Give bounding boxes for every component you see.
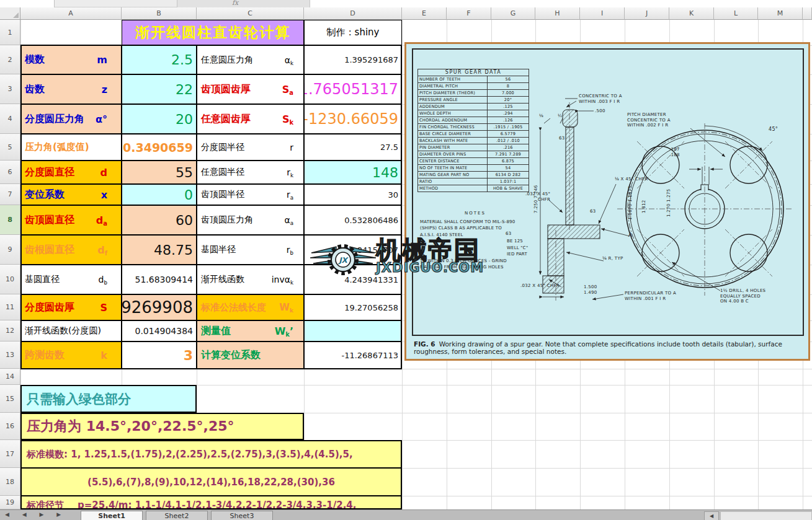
note-diametral-pitch[interactable]: 标准径节p=25.4/m: 1,1-1/4,1-1/2,1-3/4,2,2-1/… bbox=[20, 496, 402, 509]
cell-c7[interactable]: 齿顶圆半径ra bbox=[197, 184, 304, 205]
cell-b6[interactable]: 55 bbox=[122, 161, 197, 184]
cell-a3[interactable]: 齿数z bbox=[20, 74, 122, 104]
tab-nav-buttons[interactable]: ◀ ◀ ▶ ▶ bbox=[5, 511, 66, 518]
cell-b4[interactable]: 20 bbox=[122, 104, 197, 134]
cell-c12[interactable]: 测量值Wk’ bbox=[197, 320, 304, 342]
note-input-hint[interactable]: 只需输入绿色部分 bbox=[20, 385, 197, 413]
col-header-I[interactable]: I bbox=[580, 7, 625, 20]
cell-a10[interactable]: 基圆直径db bbox=[20, 265, 122, 294]
row-header-4[interactable]: 4 bbox=[0, 104, 20, 134]
row-header-7[interactable]: 7 bbox=[0, 184, 20, 205]
cell-a2[interactable]: 模数m bbox=[20, 45, 122, 74]
cell-b8[interactable]: 60 bbox=[122, 205, 197, 235]
cell-c11[interactable]: 标准公法线长度Wk bbox=[197, 294, 304, 320]
cell-c4[interactable]: 任意圆齿厚Sk bbox=[197, 104, 304, 134]
fx-icon[interactable]: fx bbox=[177, 0, 310, 7]
cell-a11[interactable]: 分度圆齿厚S bbox=[20, 294, 122, 320]
tab-sheet1[interactable]: Sheet1 bbox=[81, 511, 143, 520]
col-header-C[interactable]: C bbox=[197, 7, 304, 20]
col-header-A[interactable]: A bbox=[20, 7, 122, 20]
cell-c3[interactable]: 齿顶圆齿厚Sa bbox=[197, 74, 304, 104]
cell-c8[interactable]: 齿顶圆压力角αa bbox=[197, 205, 304, 235]
col-header-L[interactable]: L bbox=[714, 7, 758, 20]
cell-a4[interactable]: 分度圆压力角α° bbox=[20, 104, 122, 134]
row-header-2[interactable]: 2 bbox=[0, 45, 20, 74]
cell-d13[interactable]: -11.26867113 bbox=[304, 342, 402, 369]
note-standard-modules-1[interactable]: 标准模数: 1, 1.25,1.5,(1.75),2,(2.25),2.5,(2… bbox=[20, 440, 402, 468]
formula-input[interactable] bbox=[310, 0, 812, 7]
cell-d3[interactable]: 1.765051317 bbox=[304, 74, 402, 104]
cell-a7[interactable]: 变位系数x bbox=[20, 184, 122, 205]
cell-d5[interactable]: 27.5 bbox=[304, 134, 402, 161]
hscroll-track[interactable] bbox=[720, 511, 812, 520]
row-header-8[interactable]: 8 bbox=[0, 205, 20, 235]
cell-b5[interactable]: 0.3490659 bbox=[122, 134, 197, 161]
cell-c5[interactable]: 分度圆半径r bbox=[197, 134, 304, 161]
cell-b2[interactable]: 2.5 bbox=[122, 45, 197, 74]
cell-a6[interactable]: 分度圆直径d bbox=[20, 161, 122, 184]
note-standard-modules-2[interactable]: (5.5),6,(7),8,(9),10,12,(14),16,18,22,28… bbox=[20, 468, 402, 496]
row-header-12[interactable]: 12 bbox=[0, 320, 20, 342]
row-header-1[interactable]: 1 bbox=[0, 20, 20, 45]
cell-b11[interactable]: 3.9269908 bbox=[122, 294, 197, 320]
cell-d10[interactable]: 4.243941331 bbox=[304, 265, 402, 294]
cell-b7[interactable]: 0 bbox=[122, 184, 197, 205]
cell-b3[interactable]: 22 bbox=[122, 74, 197, 104]
cell-d11[interactable]: 19.27056258 bbox=[304, 294, 402, 320]
col-header-H[interactable]: H bbox=[535, 7, 580, 20]
col-header-M[interactable]: M bbox=[758, 7, 803, 20]
tab-sheet3[interactable]: Sheet3 bbox=[211, 511, 273, 520]
spur-gear-drawing-image[interactable]: SPUR GEAR DATA NUMBER OF TEETH56 DIAMETR… bbox=[404, 42, 810, 361]
cell-c2[interactable]: 任意圆压力角αk bbox=[197, 45, 304, 74]
col-header-K[interactable]: K bbox=[669, 7, 714, 20]
row-header-5[interactable]: 5 bbox=[0, 134, 20, 161]
sheet-title-cell[interactable]: 渐开线圆柱直齿轮计算 bbox=[122, 20, 304, 45]
row-header-13[interactable]: 13 bbox=[0, 342, 20, 369]
cell-c10[interactable]: 渐开线函数invαk bbox=[197, 265, 304, 294]
col-header-F[interactable]: F bbox=[447, 7, 491, 20]
dim-frac-18: ⅛ bbox=[539, 113, 543, 119]
cell-b9[interactable]: 48.75 bbox=[122, 235, 197, 265]
row-header-18[interactable]: 18 bbox=[0, 468, 20, 496]
cell-a9[interactable]: 齿根圆直径df bbox=[20, 235, 122, 265]
cell-d8[interactable]: 0.532806486 bbox=[304, 205, 402, 235]
col-header-J[interactable]: J bbox=[625, 7, 669, 20]
row-header-10[interactable]: 10 bbox=[0, 265, 20, 294]
cell-d2[interactable]: 1.395291687 bbox=[304, 45, 402, 74]
tab-sheet2[interactable]: Sheet2 bbox=[146, 511, 208, 520]
row-header-6[interactable]: 6 bbox=[0, 161, 20, 184]
row-header-17[interactable]: 17 bbox=[0, 440, 20, 468]
row-header-16[interactable]: 16 bbox=[0, 413, 20, 440]
col-header-partial[interactable] bbox=[803, 7, 812, 20]
name-box[interactable] bbox=[0, 0, 55, 7]
col-header-D[interactable]: D bbox=[304, 7, 402, 20]
col-header-G[interactable]: G bbox=[491, 7, 535, 20]
row-header-9[interactable]: 9 bbox=[0, 235, 20, 265]
cell-c6[interactable]: 任意圆半径rk bbox=[197, 161, 304, 184]
col-header-B[interactable]: B bbox=[122, 7, 197, 20]
hscroll-left-arrow[interactable]: ◀ bbox=[704, 511, 719, 520]
cell-a8[interactable]: 齿顶圆直径da bbox=[20, 205, 122, 235]
select-all-corner[interactable] bbox=[0, 7, 20, 20]
cell-c9[interactable]: 基圆半径rb bbox=[197, 235, 304, 265]
cell-b12[interactable]: 0.014904384 bbox=[122, 320, 197, 342]
note-pressure-angles[interactable]: 压力角为 14.5°,20°,22.5°,25° bbox=[20, 413, 304, 440]
cell-b10[interactable]: 51.68309414 bbox=[122, 265, 197, 294]
cell-d9[interactable]: 25.84154707 bbox=[304, 235, 402, 265]
cell-a12[interactable]: 渐开线函数(分度圆) bbox=[20, 320, 122, 342]
cell-d4[interactable]: -1230.66059 bbox=[304, 104, 402, 134]
cell-d6[interactable]: 148 bbox=[304, 161, 402, 184]
author-cell[interactable]: 制作：shiny bbox=[304, 20, 402, 45]
cell-d7[interactable]: 30 bbox=[304, 184, 402, 205]
row-header-19[interactable]: 19 bbox=[0, 496, 20, 509]
cell-a5[interactable]: 压力角(弧度值) bbox=[20, 134, 122, 161]
row-header-3[interactable]: 3 bbox=[0, 74, 20, 104]
row-header-14[interactable]: 14 bbox=[0, 369, 20, 385]
cell-c13[interactable]: 计算变位系数 bbox=[197, 342, 304, 369]
row-header-15[interactable]: 15 bbox=[0, 385, 20, 413]
cell-b13[interactable]: 3 bbox=[122, 342, 197, 369]
col-header-E[interactable]: E bbox=[402, 7, 447, 20]
row-header-11[interactable]: 11 bbox=[0, 294, 20, 320]
cell-a13[interactable]: 跨测齿数k bbox=[20, 342, 122, 369]
cell-d12[interactable] bbox=[304, 320, 402, 342]
